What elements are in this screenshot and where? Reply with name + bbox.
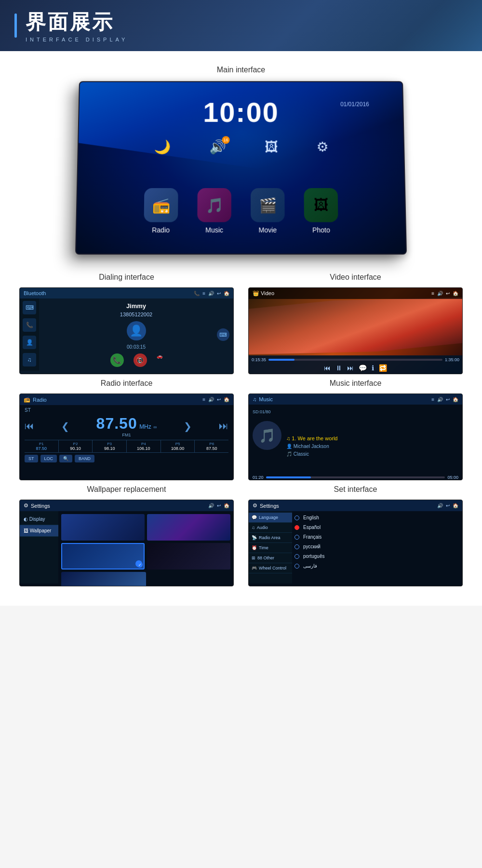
dial-contact-name: Jimmy [126, 302, 146, 310]
dial-avatar: 👤 [127, 321, 146, 340]
radio-presets: P1 87.50 P2 90.10 P3 98.10 P4 [25, 440, 228, 453]
app-radio-icon: 📻 [144, 188, 178, 222]
music-buttons: ⏮ ▶ ⏭ 🔀 🔁 [249, 480, 462, 480]
video-prev-btn[interactable]: ⏮ [324, 364, 331, 372]
header-title-en: INTERFACE DISPLAY [26, 37, 128, 42]
radio-prev-btn[interactable]: ❮ [61, 420, 69, 432]
wallpaper-thumb-3[interactable]: ✓ [61, 543, 145, 570]
set-language-item[interactable]: 💬 Language [249, 513, 292, 523]
set-language-options: English Español Français русский [292, 511, 462, 583]
video-eq-icon: ≡ [431, 291, 434, 296]
radio-back-icon: ↩ [217, 397, 221, 402]
set-wheel-item[interactable]: 🎮 Wheel Control [249, 563, 292, 573]
wallpaper-thumb-2[interactable] [147, 514, 230, 541]
radio-preset-3[interactable]: P3 98.10 [93, 440, 127, 452]
app-movie[interactable]: 🎬 Movie [251, 188, 285, 234]
set-radio-area-item[interactable]: 📡 Radio Area [249, 533, 292, 543]
radio-eq-icon: ≡ [202, 397, 205, 402]
music-note-icon: ♫ [253, 396, 256, 402]
header-title-cn: 界面展示 [26, 9, 128, 36]
dial-sidebar: ⌨ 📞 👤 ♫ [20, 298, 39, 371]
set-label-espanol: Español [303, 525, 321, 530]
wheel-icon: 🎮 [252, 566, 257, 570]
radio-search-btn[interactable]: 🔍 [59, 455, 72, 462]
wallpaper-header-icons: 🔊 ↩ 🏠 [208, 503, 229, 508]
dial-keypad-btn[interactable]: ⌨ [23, 301, 36, 314]
audio-icon: ♫ [252, 525, 255, 530]
app-movie-icon: 🎬 [251, 188, 285, 222]
radio-next-btn[interactable]: ❯ [184, 420, 192, 432]
moon-icon[interactable]: 🌙 [154, 139, 171, 155]
radio-preset-5[interactable]: P5 108.00 [161, 440, 195, 452]
wallpaper-title: Wallpaper replacement [87, 485, 166, 494]
wallpaper-thumb-4[interactable] [147, 543, 230, 570]
set-option-russian[interactable]: русский [295, 542, 460, 551]
video-buttons: ⏮ ⏸ ⏭ 💬 ℹ 🔁 [252, 364, 459, 372]
wallpaper-thumb-1[interactable] [61, 514, 145, 541]
settings-wallpaper-item[interactable]: 🖼 Wallpaper [20, 525, 58, 537]
dial-header-label: Bluetooth [24, 290, 46, 296]
video-home-icon: 🏠 [453, 291, 458, 296]
set-option-english[interactable]: English [295, 514, 460, 522]
numpad-button[interactable]: ⌨ [217, 328, 229, 341]
notification-icon[interactable]: 🔊 16 [209, 139, 226, 155]
video-time-total: 1:35:00 [445, 357, 459, 362]
video-next-btn[interactable]: ⏭ [347, 364, 354, 372]
radio-preset-1[interactable]: P1 87.50 [25, 440, 59, 452]
radio-prev-prev-btn[interactable]: ⏮ [25, 420, 34, 432]
video-loop-btn[interactable]: 🔁 [379, 364, 387, 372]
video-screen: 👑 Video ≡ 🔊 ↩ 🏠 0:15:35 [248, 287, 463, 374]
settings-icon[interactable]: ⚙ [316, 139, 328, 155]
app-photo-icon: 🖼 [304, 188, 338, 222]
settings-display-item[interactable]: ◐ Display [20, 514, 58, 525]
video-progress-row: 0:15:35 1:35:00 [252, 357, 459, 362]
radio-loop-icon: ∞ [153, 424, 157, 430]
video-subtitle-btn[interactable]: 💬 [359, 364, 367, 372]
set-option-farsi[interactable]: فارسی [295, 562, 460, 570]
set-label-english: English [303, 515, 319, 520]
main-content: Main interface 10:00 01/01/2016 🌙 🔊 16 🖼… [0, 51, 482, 606]
answer-button[interactable]: 📞 [110, 353, 124, 367]
set-option-portuguese[interactable]: português [295, 552, 460, 560]
set-option-francais[interactable]: Français [295, 533, 460, 541]
music-artist-name: 👤 Michael Jackson [286, 444, 458, 449]
wallpaper-icon[interactable]: 🖼 [264, 139, 278, 155]
music-progress-bar[interactable] [266, 476, 445, 478]
radio-header: 📻 Radio ≡ 🔊 ↩ 🏠 [20, 394, 233, 405]
music-screen: ♫ Music ≡ 🔊 ↩ 🏠 SD:01/80 🎵 [248, 393, 463, 480]
dial-recent-btn[interactable]: 👤 [23, 336, 36, 349]
radio-loc-btn[interactable]: LOC [40, 455, 57, 462]
video-pause-btn[interactable]: ⏸ [335, 364, 342, 372]
set-label-francais: Français [303, 534, 321, 540]
dial-sound-icon: 🔊 [208, 291, 214, 296]
wallpaper-block: Wallpaper replacement ⚙ Settings 🔊 ↩ 🏠 [19, 485, 234, 586]
radio-preset-6[interactable]: P6 87.50 [195, 440, 228, 452]
dial-call-buttons: 📞 📵 🚗 [110, 353, 162, 367]
video-info-btn[interactable]: ℹ [372, 364, 374, 372]
app-radio[interactable]: 📻 Radio [144, 188, 178, 234]
radio-band-btn[interactable]: BAND [75, 455, 94, 462]
radio-next-next-btn[interactable]: ⏭ [219, 420, 228, 432]
radio-frequency: 87.50 [96, 415, 137, 432]
row-radio-music: Radio interface 📻 Radio ≡ 🔊 ↩ 🏠 ST [19, 379, 463, 480]
radio-st-btn[interactable]: ST [25, 455, 38, 462]
dial-main: Jimmy 13805122002 👤 00:03:15 📞 📵 🚗 ⌨ [39, 298, 233, 371]
main-interface-wrapper: 10:00 01/01/2016 🌙 🔊 16 🖼 ⚙ 📻 Radio 🎵 M [19, 80, 463, 254]
app-photo[interactable]: 🖼 Photo [304, 188, 338, 234]
dial-contact-number: 13805122002 [120, 312, 152, 317]
video-title: Video interface [330, 273, 381, 282]
radio-preset-4[interactable]: P4 106.10 [127, 440, 161, 452]
dial-contacts-btn[interactable]: 📞 [23, 318, 36, 332]
radio-preset-2[interactable]: P2 90.10 [59, 440, 93, 452]
wallpaper-thumb-5[interactable] [61, 572, 146, 586]
set-time-item[interactable]: ⏰ Time [249, 543, 292, 553]
dial-music-btn[interactable]: ♫ [23, 353, 36, 366]
set-other-item[interactable]: ⊞ 88 Other [249, 553, 292, 563]
set-option-espanol[interactable]: Español [295, 523, 460, 531]
video-progress-bar[interactable] [268, 359, 442, 361]
set-audio-item[interactable]: ♫ Audio [249, 523, 292, 533]
app-music[interactable]: 🎵 Music [197, 188, 231, 234]
hangup-button[interactable]: 📵 [134, 353, 147, 367]
music-sd-label: SD:01/80 [253, 409, 271, 414]
music-genre-label: 🎵 Classic [286, 451, 458, 457]
